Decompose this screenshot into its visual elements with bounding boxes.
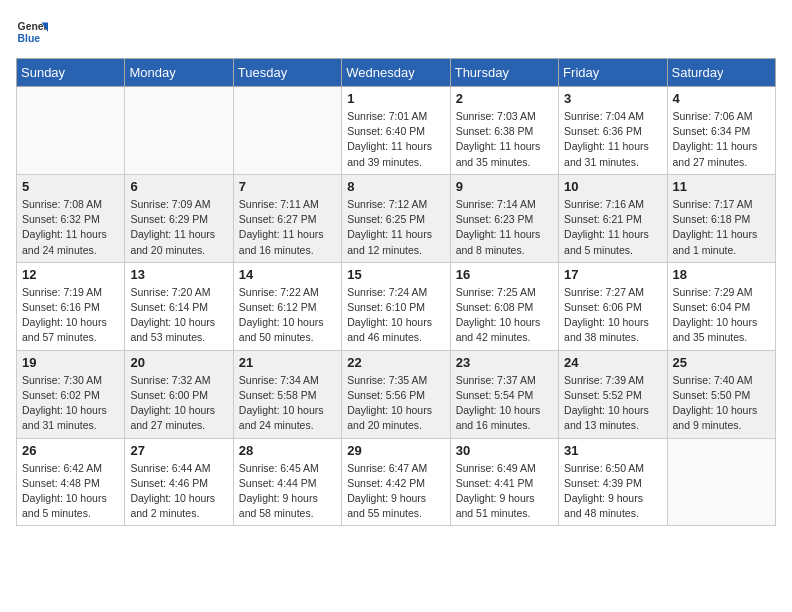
day-number: 16: [456, 267, 553, 282]
day-info: Sunrise: 7:30 AM Sunset: 6:02 PM Dayligh…: [22, 373, 119, 434]
calendar-cell: 11Sunrise: 7:17 AM Sunset: 6:18 PM Dayli…: [667, 174, 775, 262]
calendar-week-row: 26Sunrise: 6:42 AM Sunset: 4:48 PM Dayli…: [17, 438, 776, 526]
day-number: 24: [564, 355, 661, 370]
calendar-cell: 8Sunrise: 7:12 AM Sunset: 6:25 PM Daylig…: [342, 174, 450, 262]
day-number: 14: [239, 267, 336, 282]
calendar-cell: 25Sunrise: 7:40 AM Sunset: 5:50 PM Dayli…: [667, 350, 775, 438]
day-number: 15: [347, 267, 444, 282]
calendar-cell: [233, 87, 341, 175]
day-info: Sunrise: 7:35 AM Sunset: 5:56 PM Dayligh…: [347, 373, 444, 434]
day-number: 7: [239, 179, 336, 194]
page-header: General Blue: [16, 16, 776, 48]
day-info: Sunrise: 7:22 AM Sunset: 6:12 PM Dayligh…: [239, 285, 336, 346]
calendar-cell: 30Sunrise: 6:49 AM Sunset: 4:41 PM Dayli…: [450, 438, 558, 526]
day-number: 31: [564, 443, 661, 458]
day-info: Sunrise: 7:32 AM Sunset: 6:00 PM Dayligh…: [130, 373, 227, 434]
calendar-cell: 13Sunrise: 7:20 AM Sunset: 6:14 PM Dayli…: [125, 262, 233, 350]
day-info: Sunrise: 7:01 AM Sunset: 6:40 PM Dayligh…: [347, 109, 444, 170]
calendar-week-row: 19Sunrise: 7:30 AM Sunset: 6:02 PM Dayli…: [17, 350, 776, 438]
day-info: Sunrise: 6:42 AM Sunset: 4:48 PM Dayligh…: [22, 461, 119, 522]
svg-text:Blue: Blue: [18, 33, 41, 44]
calendar-cell: 26Sunrise: 6:42 AM Sunset: 4:48 PM Dayli…: [17, 438, 125, 526]
day-info: Sunrise: 7:16 AM Sunset: 6:21 PM Dayligh…: [564, 197, 661, 258]
day-info: Sunrise: 7:08 AM Sunset: 6:32 PM Dayligh…: [22, 197, 119, 258]
day-number: 22: [347, 355, 444, 370]
calendar-cell: 20Sunrise: 7:32 AM Sunset: 6:00 PM Dayli…: [125, 350, 233, 438]
day-info: Sunrise: 7:39 AM Sunset: 5:52 PM Dayligh…: [564, 373, 661, 434]
calendar-cell: 7Sunrise: 7:11 AM Sunset: 6:27 PM Daylig…: [233, 174, 341, 262]
day-number: 19: [22, 355, 119, 370]
day-number: 3: [564, 91, 661, 106]
day-number: 6: [130, 179, 227, 194]
calendar-cell: 27Sunrise: 6:44 AM Sunset: 4:46 PM Dayli…: [125, 438, 233, 526]
day-info: Sunrise: 7:04 AM Sunset: 6:36 PM Dayligh…: [564, 109, 661, 170]
day-number: 12: [22, 267, 119, 282]
day-info: Sunrise: 7:11 AM Sunset: 6:27 PM Dayligh…: [239, 197, 336, 258]
day-number: 17: [564, 267, 661, 282]
day-info: Sunrise: 7:03 AM Sunset: 6:38 PM Dayligh…: [456, 109, 553, 170]
day-of-week-header: Tuesday: [233, 59, 341, 87]
day-number: 10: [564, 179, 661, 194]
day-number: 8: [347, 179, 444, 194]
day-info: Sunrise: 7:14 AM Sunset: 6:23 PM Dayligh…: [456, 197, 553, 258]
calendar-cell: [125, 87, 233, 175]
logo-icon: General Blue: [16, 16, 48, 48]
calendar-cell: 14Sunrise: 7:22 AM Sunset: 6:12 PM Dayli…: [233, 262, 341, 350]
day-number: 4: [673, 91, 770, 106]
day-of-week-header: Saturday: [667, 59, 775, 87]
calendar-cell: [667, 438, 775, 526]
day-number: 5: [22, 179, 119, 194]
day-number: 2: [456, 91, 553, 106]
day-info: Sunrise: 7:12 AM Sunset: 6:25 PM Dayligh…: [347, 197, 444, 258]
day-info: Sunrise: 7:27 AM Sunset: 6:06 PM Dayligh…: [564, 285, 661, 346]
calendar-week-row: 5Sunrise: 7:08 AM Sunset: 6:32 PM Daylig…: [17, 174, 776, 262]
calendar-cell: 22Sunrise: 7:35 AM Sunset: 5:56 PM Dayli…: [342, 350, 450, 438]
calendar-cell: 4Sunrise: 7:06 AM Sunset: 6:34 PM Daylig…: [667, 87, 775, 175]
calendar-cell: [17, 87, 125, 175]
day-of-week-header: Thursday: [450, 59, 558, 87]
day-info: Sunrise: 7:24 AM Sunset: 6:10 PM Dayligh…: [347, 285, 444, 346]
day-number: 20: [130, 355, 227, 370]
day-number: 13: [130, 267, 227, 282]
calendar-cell: 5Sunrise: 7:08 AM Sunset: 6:32 PM Daylig…: [17, 174, 125, 262]
calendar-cell: 18Sunrise: 7:29 AM Sunset: 6:04 PM Dayli…: [667, 262, 775, 350]
day-of-week-header: Sunday: [17, 59, 125, 87]
day-info: Sunrise: 7:40 AM Sunset: 5:50 PM Dayligh…: [673, 373, 770, 434]
day-info: Sunrise: 7:09 AM Sunset: 6:29 PM Dayligh…: [130, 197, 227, 258]
calendar-cell: 24Sunrise: 7:39 AM Sunset: 5:52 PM Dayli…: [559, 350, 667, 438]
day-info: Sunrise: 6:44 AM Sunset: 4:46 PM Dayligh…: [130, 461, 227, 522]
calendar-cell: 21Sunrise: 7:34 AM Sunset: 5:58 PM Dayli…: [233, 350, 341, 438]
day-of-week-header: Friday: [559, 59, 667, 87]
calendar-cell: 15Sunrise: 7:24 AM Sunset: 6:10 PM Dayli…: [342, 262, 450, 350]
day-info: Sunrise: 7:37 AM Sunset: 5:54 PM Dayligh…: [456, 373, 553, 434]
day-number: 27: [130, 443, 227, 458]
day-number: 30: [456, 443, 553, 458]
calendar-week-row: 1Sunrise: 7:01 AM Sunset: 6:40 PM Daylig…: [17, 87, 776, 175]
day-info: Sunrise: 7:19 AM Sunset: 6:16 PM Dayligh…: [22, 285, 119, 346]
day-number: 1: [347, 91, 444, 106]
calendar-cell: 9Sunrise: 7:14 AM Sunset: 6:23 PM Daylig…: [450, 174, 558, 262]
day-number: 23: [456, 355, 553, 370]
day-number: 11: [673, 179, 770, 194]
calendar-cell: 3Sunrise: 7:04 AM Sunset: 6:36 PM Daylig…: [559, 87, 667, 175]
calendar-cell: 23Sunrise: 7:37 AM Sunset: 5:54 PM Dayli…: [450, 350, 558, 438]
day-info: Sunrise: 7:06 AM Sunset: 6:34 PM Dayligh…: [673, 109, 770, 170]
day-info: Sunrise: 7:17 AM Sunset: 6:18 PM Dayligh…: [673, 197, 770, 258]
calendar-cell: 2Sunrise: 7:03 AM Sunset: 6:38 PM Daylig…: [450, 87, 558, 175]
calendar-cell: 31Sunrise: 6:50 AM Sunset: 4:39 PM Dayli…: [559, 438, 667, 526]
day-info: Sunrise: 6:49 AM Sunset: 4:41 PM Dayligh…: [456, 461, 553, 522]
day-number: 26: [22, 443, 119, 458]
day-of-week-header: Wednesday: [342, 59, 450, 87]
day-number: 28: [239, 443, 336, 458]
calendar-cell: 29Sunrise: 6:47 AM Sunset: 4:42 PM Dayli…: [342, 438, 450, 526]
day-info: Sunrise: 7:20 AM Sunset: 6:14 PM Dayligh…: [130, 285, 227, 346]
calendar-cell: 17Sunrise: 7:27 AM Sunset: 6:06 PM Dayli…: [559, 262, 667, 350]
day-number: 9: [456, 179, 553, 194]
day-number: 25: [673, 355, 770, 370]
calendar-cell: 28Sunrise: 6:45 AM Sunset: 4:44 PM Dayli…: [233, 438, 341, 526]
day-info: Sunrise: 7:34 AM Sunset: 5:58 PM Dayligh…: [239, 373, 336, 434]
logo: General Blue: [16, 16, 48, 48]
calendar-cell: 6Sunrise: 7:09 AM Sunset: 6:29 PM Daylig…: [125, 174, 233, 262]
day-number: 29: [347, 443, 444, 458]
calendar-table: SundayMondayTuesdayWednesdayThursdayFrid…: [16, 58, 776, 526]
